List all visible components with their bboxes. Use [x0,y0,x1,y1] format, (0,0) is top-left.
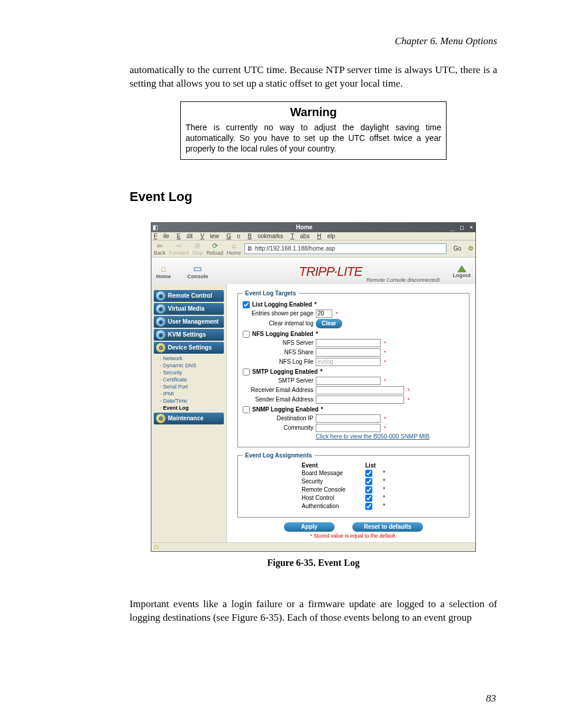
menu-bookmarks[interactable]: Bookmarks [248,233,283,239]
menu-file[interactable]: File [154,233,169,239]
figure-caption: Figure 6-35. Event Log [130,558,497,568]
list-logging-group: List Logging Enabled* [243,301,464,308]
window-title: Home [158,224,451,230]
document-icon: 🗎 [247,245,253,252]
entries-label: Entries shown per page [243,310,313,317]
apply-button[interactable]: Apply [284,522,335,532]
virtual-media-icon: ◉ [156,304,166,314]
assignments-table: EventList Board Message* Security* Remot… [302,462,464,510]
smtp-server-input[interactable] [316,377,381,385]
menu-edit[interactable]: Edit [177,233,193,239]
back-icon: ⇦ [155,242,164,250]
maintenance-icon: ⚙ [156,414,166,423]
sidebar: ◉Remote Control ◉Virtual Media ◉User Man… [151,284,227,542]
community-input[interactable] [316,424,381,432]
authentication-list-checkbox[interactable] [365,503,372,510]
sidebar-link-date-time[interactable]: Date/Time [160,397,226,404]
nfs-share-input[interactable] [316,348,381,357]
menu-go[interactable]: Go [226,233,240,239]
intro-paragraph: automatically to the current UTC time. B… [130,64,497,91]
nav-console[interactable]: ▭Console [187,264,209,279]
sender-email-label: Sender Email Address [243,396,313,403]
host-control-list-checkbox[interactable] [365,495,372,502]
default-footnote: * Stored value is equal to the default. [237,533,470,539]
outro-paragraph: Important events like a login failure or… [130,598,497,625]
entries-per-page-input[interactable] [316,309,332,318]
folder-icon: 🗀 [154,543,160,550]
sidebar-virtual-media[interactable]: ◉Virtual Media [154,303,224,315]
user-management-icon: ◉ [156,317,166,327]
snmp-logging-group: SNMP Logging Enabled* [243,406,464,413]
snmp-mib-link[interactable]: Click here to view the B050-000 SNMP MIB [316,433,429,440]
tripp-lite-logo: TRIPP·LITE [299,264,362,279]
sidebar-link-dynamic-dns[interactable]: Dynamic DNS [160,362,226,369]
menu-help[interactable]: Help [317,233,335,239]
sidebar-link-ipmi[interactable]: IPMI [160,390,226,397]
reload-icon: ⟳ [210,242,220,250]
nfs-logfile-input[interactable] [316,358,381,366]
window-controls[interactable]: _ □ × [451,224,474,230]
smtp-server-label: SMTP Server [243,377,313,384]
browser-menubar: File Edit View Go Bookmarks Tabs Help [151,232,475,241]
window-titlebar: ◧ Home _ □ × [151,223,475,232]
destination-ip-label: Destination IP [243,415,313,421]
nfs-server-input[interactable] [316,339,381,347]
nfs-logging-checkbox[interactable] [243,331,250,338]
row-remote-console: Remote Console [302,486,355,493]
row-host-control: Host Control [302,495,355,501]
list-logging-checkbox[interactable] [243,301,250,308]
board-message-list-checkbox[interactable] [365,470,372,477]
destination-ip-input[interactable] [316,414,381,423]
row-security: Security [302,478,355,485]
nfs-server-label: NFS Server [243,340,313,346]
sidebar-link-event-log[interactable]: Event Log [160,404,226,411]
remote-control-icon: ◉ [156,291,166,301]
warning-title: Warning [181,102,446,121]
sidebar-user-management[interactable]: ◉User Management [154,316,224,328]
warning-body: There is currently no way to adjust the … [181,121,446,159]
sidebar-device-settings[interactable]: ⚙Device Settings [154,342,224,354]
sidebar-kvm-settings[interactable]: ◉KVM Settings [154,329,224,341]
console-icon: ▭ [193,264,202,274]
forward-button: ⇨Forward [169,242,189,256]
sidebar-maintenance[interactable]: ⚙Maintenance [154,413,224,424]
home-icon: ⌂ [229,242,239,250]
sender-email-input[interactable] [316,396,404,404]
clear-button[interactable]: Clear [316,319,342,328]
sidebar-link-network[interactable]: Network [160,355,226,362]
nfs-logging-group: NFS Logging Enabled* [243,331,464,338]
sidebar-link-certificate[interactable]: Certificate [160,376,226,383]
app-body: ◉Remote Control ◉Virtual Media ◉User Man… [151,284,475,542]
sidebar-link-security[interactable]: Security [160,369,226,376]
legend-assignments: Event Log Assignments [243,452,315,459]
chapter-header: Chapter 6. Menu Options [130,35,497,47]
fieldset-event-log-assignments: Event Log Assignments EventList Board Me… [237,452,470,518]
back-button[interactable]: ⇦Back [154,242,166,256]
logout-icon [457,265,467,272]
menu-view[interactable]: View [200,233,219,239]
menu-tabs[interactable]: Tabs [290,233,309,239]
snmp-logging-checkbox[interactable] [243,406,250,413]
reload-button[interactable]: ⟳Reload [207,242,224,256]
logout-button[interactable]: Logout [452,265,471,278]
sidebar-link-serial-port[interactable]: Serial Port [160,383,226,390]
browser-statusbar: 🗀 [151,542,475,551]
receiver-email-input[interactable] [316,386,404,394]
security-list-checkbox[interactable] [365,478,372,485]
url-input[interactable]: 🗎http://192.168.1.188/home.asp [244,243,447,254]
home-button[interactable]: ⌂Home [227,242,241,256]
home-nav-icon: ⌂ [161,264,167,274]
main-panel: Event Log Targets List Logging Enabled* … [227,284,475,542]
remote-console-list-checkbox[interactable] [365,486,372,493]
smtp-logging-checkbox[interactable] [243,368,250,375]
fieldset-event-log-targets: Event Log Targets List Logging Enabled* … [237,290,470,447]
col-list: List [365,462,376,469]
go-button[interactable]: Go [454,245,461,252]
reset-to-defaults-button[interactable]: Reset to defaults [352,522,423,532]
titlebar-app-icon: ◧ [153,224,158,230]
sidebar-remote-control[interactable]: ◉Remote Control [154,290,224,302]
col-event: Event [302,462,355,469]
nav-home[interactable]: ⌂Home [156,264,171,279]
page-number: 83 [486,693,496,704]
receiver-email-label: Receiver Email Address [243,387,313,393]
